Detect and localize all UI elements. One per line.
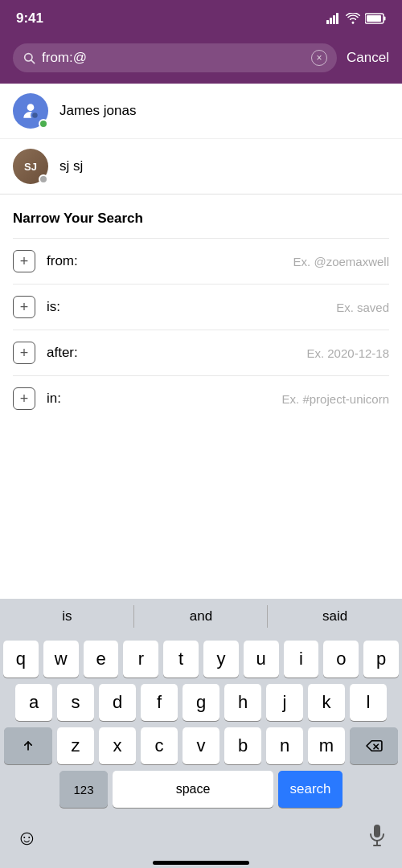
- search-icon: [23, 51, 35, 64]
- suggestion-item[interactable]: SJ sj sj: [0, 139, 402, 194]
- keyboard-bottom-row: ☺: [0, 817, 402, 854]
- key-k[interactable]: k: [308, 684, 345, 721]
- delete-key[interactable]: [350, 727, 398, 764]
- suggestion-name: sj sj: [59, 158, 83, 174]
- key-y[interactable]: y: [203, 641, 239, 678]
- wifi-icon: [346, 13, 360, 24]
- svg-rect-5: [367, 15, 381, 22]
- home-indicator: [0, 854, 402, 868]
- cancel-button[interactable]: Cancel: [347, 50, 389, 66]
- kb-suggestion-and[interactable]: and: [134, 599, 269, 634]
- key-p[interactable]: p: [363, 641, 399, 678]
- narrow-title: Narrow Your Search: [13, 211, 389, 227]
- svg-rect-6: [384, 17, 386, 21]
- emoji-key[interactable]: ☺: [16, 825, 38, 850]
- key-x[interactable]: x: [99, 727, 136, 764]
- status-dot-green: [39, 119, 48, 129]
- add-in-icon[interactable]: +: [13, 387, 35, 410]
- key-w[interactable]: w: [43, 641, 79, 678]
- suggestion-name: James jonas: [59, 103, 136, 119]
- key-d[interactable]: d: [99, 684, 136, 721]
- space-key[interactable]: space: [113, 771, 273, 808]
- key-t[interactable]: t: [163, 641, 199, 678]
- key-g[interactable]: g: [183, 684, 219, 721]
- filter-item-after[interactable]: + after: Ex. 2020-12-18: [13, 330, 389, 375]
- key-s[interactable]: s: [57, 684, 94, 721]
- key-v[interactable]: v: [183, 727, 219, 764]
- clear-button[interactable]: ×: [311, 50, 327, 66]
- search-bar-area: from:@ × Cancel: [0, 35, 402, 84]
- keyboard-row-3: z x c v b n m: [3, 727, 399, 764]
- add-from-icon[interactable]: +: [13, 250, 35, 272]
- key-u[interactable]: u: [244, 641, 279, 678]
- status-bar: 9:41: [0, 0, 402, 35]
- home-bar: [153, 861, 249, 865]
- key-a[interactable]: a: [15, 684, 52, 721]
- svg-rect-0: [326, 20, 329, 24]
- keyboard-row-4: 123 space search: [3, 771, 399, 808]
- keyboard-row-1: q w e r t y u i o p: [3, 641, 399, 678]
- filter-label-from: from:: [47, 253, 282, 269]
- narrow-search-section: Narrow Your Search + from: Ex. @zoemaxwe…: [0, 194, 402, 429]
- svg-rect-3: [336, 13, 338, 24]
- search-input-wrapper[interactable]: from:@ ×: [13, 43, 337, 72]
- avatar-wrapper: [13, 93, 48, 129]
- status-icons: [326, 13, 386, 24]
- status-dot-gray: [39, 174, 48, 184]
- key-m[interactable]: m: [308, 727, 345, 764]
- avatar-wrapper: SJ: [13, 149, 48, 184]
- add-after-icon[interactable]: +: [13, 342, 35, 364]
- shift-key[interactable]: [4, 727, 52, 764]
- filter-label-is: is:: [47, 299, 325, 315]
- keyboard-row-2: a s d f g h j k l: [3, 684, 399, 721]
- signal-icon: [326, 13, 341, 24]
- search-key[interactable]: search: [278, 771, 343, 808]
- search-input[interactable]: from:@: [42, 50, 305, 66]
- key-n[interactable]: n: [266, 727, 303, 764]
- filter-item-from[interactable]: + from: Ex. @zoemaxwell: [13, 238, 389, 284]
- svg-rect-1: [330, 18, 332, 24]
- key-e[interactable]: e: [84, 641, 119, 678]
- kb-suggestion-said[interactable]: said: [268, 599, 402, 634]
- battery-icon: [365, 13, 386, 24]
- svg-rect-2: [333, 15, 335, 24]
- filter-example-from: Ex. @zoemaxwell: [293, 255, 389, 268]
- key-i[interactable]: i: [284, 641, 319, 678]
- kb-suggestion-is[interactable]: is: [0, 599, 134, 634]
- key-q[interactable]: q: [3, 641, 39, 678]
- key-z[interactable]: z: [57, 727, 94, 764]
- key-h[interactable]: h: [224, 684, 261, 721]
- add-is-icon[interactable]: +: [13, 296, 35, 318]
- key-l[interactable]: l: [350, 684, 387, 721]
- numbers-key[interactable]: 123: [59, 771, 108, 808]
- suggestion-item[interactable]: James jonas: [0, 84, 402, 139]
- key-f[interactable]: f: [141, 684, 178, 721]
- key-b[interactable]: b: [224, 727, 261, 764]
- svg-line-8: [31, 60, 35, 63]
- svg-rect-15: [374, 825, 380, 837]
- key-o[interactable]: o: [323, 641, 359, 678]
- svg-point-9: [27, 104, 35, 111]
- filter-example-in: Ex. #project-unicorn: [282, 392, 389, 406]
- filter-example-is: Ex. saved: [336, 301, 389, 314]
- key-c[interactable]: c: [141, 727, 178, 764]
- keyboard: q w e r t y u i o p a s d f g h j k l: [0, 634, 402, 817]
- svg-point-11: [32, 113, 37, 118]
- key-j[interactable]: j: [266, 684, 303, 721]
- microphone-key[interactable]: [368, 824, 386, 851]
- filter-item-in[interactable]: + in: Ex. #project-unicorn: [13, 375, 389, 421]
- filter-label-in: in:: [47, 391, 271, 407]
- filter-label-after: after:: [47, 345, 295, 361]
- key-r[interactable]: r: [123, 641, 158, 678]
- filter-example-after: Ex. 2020-12-18: [306, 346, 389, 360]
- keyboard-suggestions-bar: is and said: [0, 599, 402, 634]
- suggestions-list: James jonas SJ sj sj: [0, 84, 402, 194]
- keyboard-area: is and said q w e r t y u i o p a s d f: [0, 599, 402, 868]
- filter-item-is[interactable]: + is: Ex. saved: [13, 284, 389, 330]
- status-time: 9:41: [16, 10, 43, 27]
